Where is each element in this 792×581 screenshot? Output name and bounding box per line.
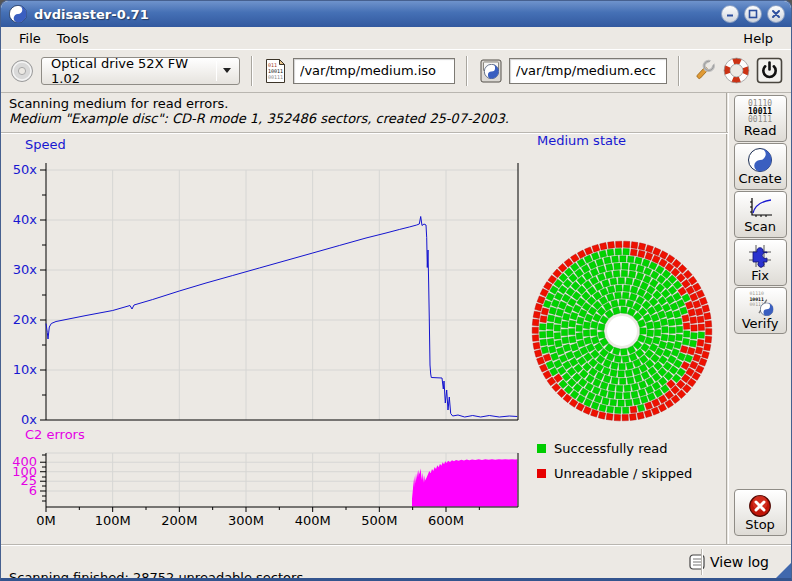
iso-file-icon: 011 10011 00111 <box>264 58 287 84</box>
close-icon <box>771 9 781 19</box>
status-line1: Scanning medium for read errors. <box>9 96 509 111</box>
create-button[interactable]: Create <box>734 143 787 190</box>
plots: Speed C2 errors Medium state 0x10x20x30x… <box>1 133 725 544</box>
disc-hub-hole <box>607 316 637 346</box>
stop-button[interactable]: Stop <box>734 489 787 536</box>
minimize-button[interactable] <box>721 5 739 23</box>
puzzle-piece-icon <box>747 243 773 269</box>
app-yinyang-icon <box>9 5 27 23</box>
svg-text:500M: 500M <box>361 513 397 528</box>
toolbar-separator <box>678 56 680 86</box>
menubar: File Tools Help <box>1 27 791 49</box>
legend-read-label: Successfully read <box>554 441 667 456</box>
wrench-icon <box>691 58 717 84</box>
main-area: Scanning medium for read errors. Medium … <box>1 93 791 544</box>
svg-text:10011: 10011 <box>749 297 764 302</box>
c2-errors-area <box>412 459 517 506</box>
svg-text:00111: 00111 <box>268 74 283 80</box>
ecc-path-input[interactable] <box>509 58 667 84</box>
ecc-file-icon <box>479 58 503 84</box>
iso-file-button[interactable]: 011 10011 00111 <box>264 58 287 84</box>
chart-panel: Scanning medium for read errors. Medium … <box>1 93 726 544</box>
read-swatch <box>537 444 546 453</box>
yinyang-icon <box>748 148 772 172</box>
binary-read-icon: 01110 10011 00111 <box>748 100 772 124</box>
svg-text:20x: 20x <box>13 312 38 327</box>
svg-text:300M: 300M <box>228 513 264 528</box>
help-lifebuoy-button[interactable] <box>723 57 750 84</box>
window-title: dvdisaster-0.71 <box>34 7 716 22</box>
ecc-file-button[interactable] <box>479 58 503 84</box>
verify-button[interactable]: 01110 10011 00111 Verify <box>734 287 787 334</box>
svg-text:01110: 01110 <box>749 291 764 296</box>
optical-drive-icon <box>9 58 35 84</box>
status-line2: Medium "Example disc": CD-R mode 1, 3524… <box>9 111 509 126</box>
minimize-icon <box>725 9 735 19</box>
svg-text:40x: 40x <box>13 212 38 227</box>
titlebar[interactable]: dvdisaster-0.71 <box>1 1 791 27</box>
preferences-button[interactable] <box>691 58 717 84</box>
svg-text:30x: 30x <box>13 262 38 277</box>
action-sidebar: 01110 10011 00111 Read Create Scan <box>729 93 791 544</box>
legend-read: Successfully read <box>537 441 667 456</box>
svg-text:50x: 50x <box>13 162 38 177</box>
view-log-label: View log <box>710 554 769 570</box>
legend-unreadable: Unreadable / skipped <box>537 466 692 481</box>
unreadable-swatch <box>537 469 546 478</box>
verify-compare-icon: 01110 10011 00111 <box>746 290 774 317</box>
close-button[interactable] <box>767 5 785 23</box>
app-window: dvdisaster-0.71 File Tools Help Optical … <box>0 0 792 581</box>
svg-text:10x: 10x <box>13 362 38 377</box>
toolbar-separator <box>251 56 253 86</box>
toolbar: Optical drive 52X FW 1.02 011 10011 0011… <box>1 49 791 93</box>
menu-file[interactable]: File <box>11 29 49 48</box>
menu-tools[interactable]: Tools <box>49 29 97 48</box>
svg-text:400: 400 <box>12 454 37 469</box>
chevron-down-icon <box>223 68 231 73</box>
scan-button[interactable]: Scan <box>734 191 787 238</box>
resize-grip[interactable] <box>775 563 791 579</box>
svg-text:200M: 200M <box>161 513 197 528</box>
svg-text:100M: 100M <box>95 513 131 528</box>
charts-and-disc-canvas: 0x10x20x30x40x50x6251004000M100M200M300M… <box>1 133 725 544</box>
svg-text:600M: 600M <box>428 513 464 528</box>
status-bar: View log <box>1 544 791 579</box>
svg-text:0M: 0M <box>36 513 56 528</box>
maximize-icon <box>748 9 758 19</box>
status-block: Scanning medium for read errors. Medium … <box>9 96 509 126</box>
toolbar-separator <box>466 56 468 86</box>
power-icon <box>756 57 783 84</box>
svg-text:0x: 0x <box>21 412 37 427</box>
speed-line <box>46 217 517 418</box>
read-button[interactable]: 01110 10011 00111 Read <box>734 95 787 142</box>
drive-select-value: Optical drive 52X FW 1.02 <box>51 56 210 86</box>
legend-unreadable-label: Unreadable / skipped <box>554 466 692 481</box>
medium-state-disc <box>532 241 712 421</box>
drive-select[interactable]: Optical drive 52X FW 1.02 <box>41 57 240 85</box>
lifebuoy-icon <box>723 57 750 84</box>
iso-path-input[interactable] <box>293 58 455 84</box>
svg-text:400M: 400M <box>295 513 331 528</box>
maximize-button[interactable] <box>744 5 762 23</box>
statusbar-divider <box>701 549 703 575</box>
scan-plot-icon <box>747 196 773 220</box>
fix-button[interactable]: Fix <box>734 239 787 286</box>
combo-divider <box>216 61 217 81</box>
menu-help[interactable]: Help <box>735 29 781 48</box>
stop-icon <box>748 494 772 518</box>
quit-button[interactable] <box>756 57 783 84</box>
